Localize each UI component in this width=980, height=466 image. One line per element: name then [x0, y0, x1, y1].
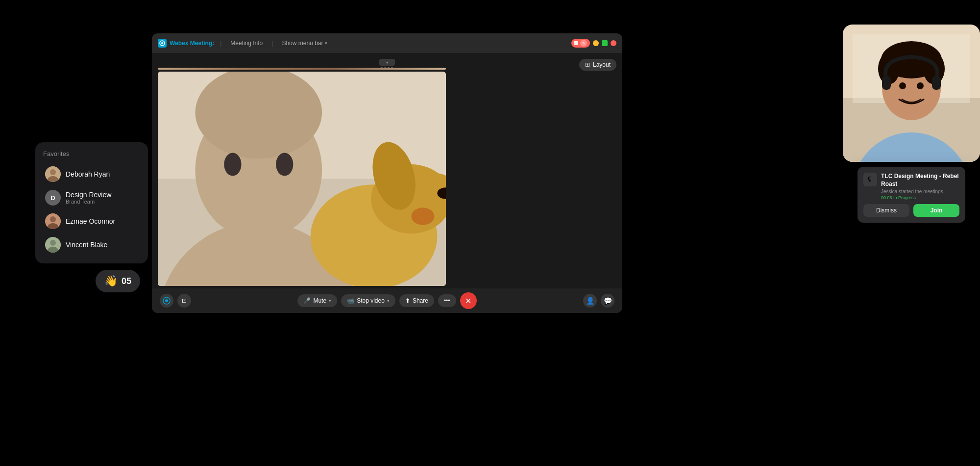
- video-cell-6: [158, 72, 446, 286]
- favorite-name-ezmae: Ezmae Oconnor: [66, 217, 115, 225]
- toolbar-left: ⊡: [160, 294, 191, 308]
- favorites-list: Deborah Ryan D Design Review Brand Team …: [43, 163, 140, 256]
- avatar-deborah: [45, 166, 61, 182]
- svg-point-75: [423, 173, 446, 190]
- emoji-badge: 👋 05: [96, 270, 140, 292]
- dismiss-button[interactable]: Dismiss: [863, 204, 909, 217]
- avatar-design-review: D: [45, 190, 61, 206]
- mute-label: Mute: [313, 297, 326, 304]
- notification-status: 00:06 In Progress: [881, 195, 959, 200]
- notification-title: TLC Design Meeting - Rebel Roast: [881, 173, 959, 188]
- share-button[interactable]: ⬆ Share: [399, 294, 434, 307]
- minimize-button[interactable]: [593, 40, 599, 46]
- svg-point-10: [161, 42, 163, 44]
- caption-btn[interactable]: ⊡: [177, 294, 191, 308]
- title-separator-2: |: [271, 40, 273, 47]
- svg-point-92: [917, 82, 924, 89]
- svg-point-7: [50, 240, 56, 246]
- share-icon: ⬆: [405, 297, 410, 304]
- svg-point-91: [899, 82, 906, 89]
- notification-header: 🎙 TLC Design Meeting - Rebel Roast Jessi…: [863, 173, 959, 200]
- svg-point-80: [165, 299, 168, 302]
- more-options-button[interactable]: •••: [438, 294, 456, 307]
- video-grid: AdamMurphy: [158, 68, 616, 286]
- meeting-info-btn[interactable]: Meeting Info: [227, 39, 266, 48]
- webex-icon-btn[interactable]: [160, 294, 173, 308]
- svg-point-71: [276, 153, 293, 176]
- chevron-down-icon: ▾: [325, 41, 327, 46]
- meeting-icon: 🎙: [867, 176, 874, 183]
- favorite-info-design-review: Design Review Brand Team: [66, 191, 111, 205]
- mute-button[interactable]: 🎤 Mute ▾: [297, 294, 337, 307]
- show-menu-label: Show menu bar: [282, 40, 323, 47]
- recording-indicator: ✎: [571, 39, 590, 48]
- edit-icon: ✎: [580, 40, 587, 47]
- favorite-item-ezmae[interactable]: Ezmae Oconnor: [43, 210, 140, 232]
- end-call-icon: ✕: [465, 296, 471, 306]
- chat-btn[interactable]: 💬: [601, 294, 614, 308]
- favorite-info-deborah: Deborah Ryan: [66, 170, 110, 178]
- webex-title: Webex Meeting:: [170, 40, 214, 47]
- maximize-button[interactable]: [602, 40, 608, 46]
- notification-actions: Dismiss Join: [863, 204, 959, 217]
- favorite-item-design-review[interactable]: D Design Review Brand Team: [43, 187, 140, 208]
- emoji-icon: 👋: [104, 275, 118, 287]
- toolbar-center: 🎤 Mute ▾ 📹 Stop video ▾ ⬆ Share ••• ✕: [191, 292, 583, 309]
- participants-btn[interactable]: 👤: [583, 294, 597, 308]
- stop-video-button[interactable]: 📹 Stop video ▾: [341, 294, 395, 307]
- video-main-adam: AdamMurphy: [158, 68, 446, 70]
- join-button[interactable]: Join: [913, 204, 959, 217]
- svg-point-4: [50, 216, 56, 222]
- layout-icon: ⊞: [585, 61, 590, 68]
- svg-point-1: [50, 169, 56, 175]
- favorite-name-deborah: Deborah Ryan: [66, 170, 110, 178]
- svg-point-76: [411, 207, 434, 225]
- window-controls: ✎: [571, 39, 616, 48]
- favorite-name-design-review: Design Review: [66, 191, 111, 199]
- chat-icon: 💬: [604, 297, 612, 305]
- person-6-bg: [158, 72, 446, 286]
- participants-icon: 👤: [586, 297, 594, 305]
- favorites-panel: Favorites Deborah Ryan D Design Review B…: [35, 142, 148, 263]
- svg-point-70: [224, 153, 241, 176]
- mute-dropdown-arrow: ▾: [329, 298, 331, 303]
- video-icon: 📹: [347, 297, 354, 304]
- webex-window: Webex Meeting: | Meeting Info | Show men…: [152, 33, 622, 313]
- svg-rect-89: [882, 76, 891, 90]
- favorites-title: Favorites: [43, 150, 140, 157]
- person-adam-bg: [158, 68, 446, 70]
- webex-logo: Webex Meeting:: [158, 39, 214, 48]
- notification-card: 🎙 TLC Design Meeting - Rebel Roast Jessi…: [858, 167, 965, 223]
- headphone-person-bg: [843, 25, 980, 162]
- layout-button[interactable]: ⊞ Layout: [579, 59, 616, 71]
- favorite-item-deborah[interactable]: Deborah Ryan: [43, 163, 140, 185]
- record-dot: [574, 41, 578, 45]
- avatar-ezmae: [45, 213, 61, 229]
- title-bar: Webex Meeting: | Meeting Info | Show men…: [152, 33, 622, 53]
- close-button[interactable]: [611, 40, 616, 46]
- favorite-info-ezmae: Ezmae Oconnor: [66, 217, 115, 225]
- meeting-toolbar: ⊡ 🎤 Mute ▾ 📹 Stop video ▾ ⬆ Share •••: [152, 288, 622, 313]
- favorite-item-vincent[interactable]: Vincent Blake: [43, 234, 140, 256]
- side-person-panel: [843, 25, 980, 162]
- show-menu-btn[interactable]: Show menu bar ▾: [279, 39, 330, 48]
- mic-icon: 🎤: [303, 297, 311, 304]
- webex-logo-icon: [158, 39, 167, 48]
- stop-video-label: Stop video: [357, 297, 385, 304]
- notification-icon: 🎙: [863, 173, 877, 186]
- avatar-vincent: [45, 237, 61, 253]
- collapse-bar[interactable]: ▾: [379, 59, 395, 66]
- end-call-button[interactable]: ✕: [460, 292, 477, 309]
- notification-subtitle: Jessica started the meetings.: [881, 189, 959, 194]
- caption-icon: ⊡: [182, 297, 187, 304]
- svg-rect-90: [932, 76, 941, 90]
- favorite-subtitle-design-review: Brand Team: [66, 199, 111, 205]
- emoji-count: 05: [122, 276, 131, 286]
- notification-content: TLC Design Meeting - Rebel Roast Jessica…: [881, 173, 959, 200]
- video-dropdown-arrow: ▾: [387, 298, 390, 303]
- title-separator: |: [220, 40, 221, 47]
- favorite-info-vincent: Vincent Blake: [66, 241, 107, 249]
- layout-label: Layout: [593, 61, 611, 68]
- favorite-name-vincent: Vincent Blake: [66, 241, 107, 249]
- share-label: Share: [413, 297, 428, 304]
